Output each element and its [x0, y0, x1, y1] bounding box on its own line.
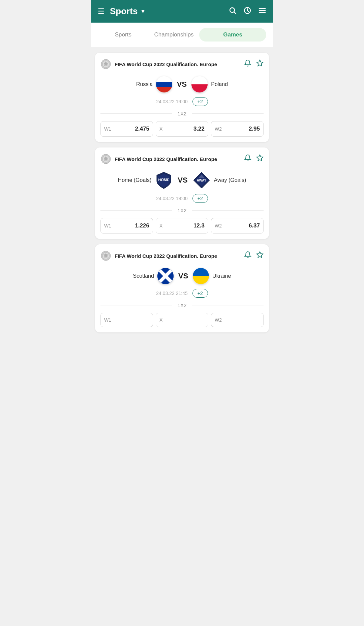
- team1-flag-2: HOME: [155, 171, 173, 189]
- odd-w1-3[interactable]: W1: [100, 313, 153, 327]
- odd-label-x-3: X: [159, 317, 162, 323]
- odd-x-2[interactable]: X 12.3: [156, 218, 208, 234]
- card-header-2: FIFA World Cup 2022 Qualification. Europ…: [100, 154, 264, 164]
- league-icon-3: [100, 250, 111, 261]
- odd-value-x-1: 3.22: [193, 126, 205, 132]
- divider-1: 1X2: [100, 111, 264, 116]
- odd-w2-2[interactable]: W2 6.37: [211, 218, 264, 234]
- clock-icon[interactable]: [243, 6, 251, 17]
- team1-name-3: Scotland: [133, 273, 154, 279]
- odd-value-w1-1: 2.475: [135, 126, 149, 132]
- divider-line-left-3: [100, 305, 172, 305]
- odd-value-x-2: 12.3: [193, 222, 205, 229]
- market-label-3: 1X2: [172, 302, 192, 308]
- team2-name-2: Away (Goals): [214, 177, 246, 183]
- team2-name-3: Ukraine: [212, 273, 231, 279]
- odd-label-w1-2: W1: [104, 223, 111, 228]
- league-icon-2: [100, 154, 111, 164]
- odd-x-1[interactable]: X 3.22: [156, 121, 208, 137]
- date-row-1: 24.03.22 19:00 +2: [100, 97, 264, 106]
- svg-marker-19: [257, 252, 263, 257]
- svg-marker-13: [257, 155, 263, 161]
- divider-line-right-2: [192, 210, 264, 211]
- team2-1: Poland: [191, 76, 228, 92]
- tabs-bar: Sports Championships Games: [91, 23, 273, 47]
- header-dropdown-icon[interactable]: ▼: [140, 8, 146, 15]
- plus-badge-3[interactable]: +2: [192, 289, 208, 298]
- svg-marker-9: [257, 60, 263, 66]
- odd-w1-1[interactable]: W1 2.475: [100, 121, 153, 137]
- match-date-1: 24.03.22 19:00: [156, 99, 187, 104]
- star-icon-2[interactable]: [256, 154, 264, 164]
- header-icons: [229, 6, 266, 17]
- team1-3: Scotland: [133, 268, 174, 284]
- svg-line-1: [234, 12, 236, 14]
- league-icon-1: [100, 59, 111, 70]
- tab-championships[interactable]: Championships: [149, 28, 200, 42]
- star-icon-3[interactable]: [256, 251, 264, 261]
- odd-label-x-1: X: [159, 126, 162, 132]
- header-title-container: Sports ▼: [110, 6, 223, 17]
- teams-row-2: Home (Goals) HOME VS: [100, 171, 264, 189]
- card-actions-3: [244, 251, 264, 261]
- odd-label-w1-3: W1: [104, 317, 111, 323]
- list-icon[interactable]: [258, 6, 266, 17]
- odd-label-w2-2: W2: [215, 223, 222, 228]
- odd-w2-1[interactable]: W2 2.95: [211, 121, 264, 137]
- bell-icon-1[interactable]: [244, 59, 251, 69]
- team2-flag-3: [193, 268, 209, 284]
- date-row-2: 24.03.22 19:00 +2: [100, 194, 264, 203]
- team1-2: Home (Goals) HOME: [118, 171, 173, 189]
- odd-value-w2-2: 6.37: [249, 222, 260, 229]
- league-name-3: FIFA World Cup 2022 Qualification. Europ…: [115, 253, 241, 259]
- match-card-2: FIFA World Cup 2022 Qualification. Europ…: [95, 147, 269, 239]
- odd-value-w2-1: 2.95: [249, 126, 260, 132]
- teams-row-1: Russia VS Poland: [100, 76, 264, 92]
- divider-line-left-2: [100, 210, 172, 211]
- divider-3: 1X2: [100, 302, 264, 308]
- header: ☰ Sports ▼: [91, 0, 273, 23]
- odd-x-3[interactable]: X: [156, 313, 208, 327]
- odds-row-2: W1 1.226 X 12.3 W2 6.37: [100, 218, 264, 234]
- bell-icon-3[interactable]: [244, 251, 251, 261]
- divider-2: 1X2: [100, 208, 264, 213]
- menu-icon[interactable]: ☰: [98, 7, 104, 16]
- team2-flag-2: AWAY: [192, 171, 211, 189]
- team1-flag-1: [156, 76, 172, 92]
- odds-row-1: W1 2.475 X 3.22 W2 2.95: [100, 121, 264, 137]
- match-date-3: 24.03.22 21:45: [156, 291, 187, 296]
- match-card-3: FIFA World Cup 2022 Qualification. Europ…: [95, 244, 269, 332]
- team1-flag-3: [157, 268, 174, 284]
- vs-3: VS: [178, 272, 188, 280]
- search-icon[interactable]: [229, 6, 237, 17]
- team1-name-1: Russia: [136, 81, 153, 87]
- team2-2: AWAY Away (Goals): [192, 171, 246, 189]
- vs-2: VS: [178, 176, 187, 185]
- divider-line-right-1: [192, 113, 264, 114]
- odd-value-w1-2: 1.226: [135, 222, 149, 229]
- header-title: Sports: [110, 6, 138, 17]
- star-icon-1[interactable]: [256, 59, 264, 69]
- divider-line-right-3: [192, 305, 264, 305]
- odd-label-w1-1: W1: [104, 126, 111, 132]
- plus-badge-2[interactable]: +2: [192, 194, 208, 203]
- card-actions-2: [244, 154, 264, 164]
- team1-1: Russia: [136, 76, 172, 92]
- odds-row-3: W1 X W2: [100, 313, 264, 327]
- team2-flag-1: [191, 76, 208, 92]
- odd-w2-3[interactable]: W2: [211, 313, 264, 327]
- tab-sports[interactable]: Sports: [98, 28, 149, 42]
- card-header-3: FIFA World Cup 2022 Qualification. Europ…: [100, 250, 264, 261]
- team2-name-1: Poland: [211, 81, 228, 87]
- matches-list: FIFA World Cup 2022 Qualification. Europ…: [91, 47, 273, 338]
- plus-badge-1[interactable]: +2: [192, 97, 208, 106]
- divider-line-left-1: [100, 113, 172, 114]
- tab-games[interactable]: Games: [199, 28, 266, 42]
- card-actions-1: [244, 59, 264, 69]
- team2-3: Ukraine: [193, 268, 231, 284]
- vs-1: VS: [177, 80, 187, 89]
- bell-icon-2[interactable]: [244, 154, 251, 164]
- market-label-1: 1X2: [172, 111, 192, 116]
- odd-label-x-2: X: [159, 223, 162, 228]
- odd-w1-2[interactable]: W1 1.226: [100, 218, 153, 234]
